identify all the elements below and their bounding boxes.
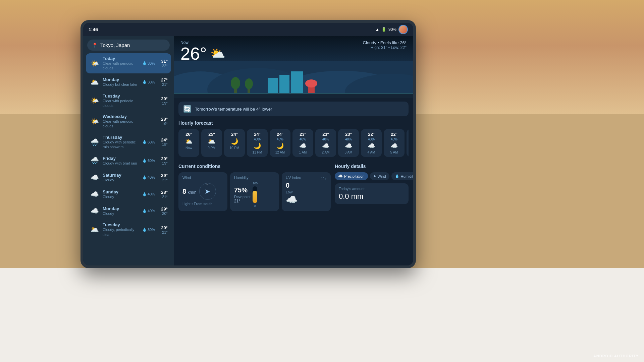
forecast-item-3[interactable]: 🌤️ Wednesday Clear with periodic clouds … [86,111,171,131]
hourly-icon-0: ⛅ [182,138,196,145]
location-search[interactable]: 📍 Tokyo, Japan [87,40,170,51]
forecast-item-6[interactable]: ☁️ Saturday Cloudy 💧40% 29° 22° [86,169,171,185]
battery-icon: 🔋 [381,27,386,32]
humidity-value: 75% [234,186,251,194]
forecast-item-2[interactable]: 🌤️ Tuesday Clear with periodic clouds 29… [86,91,171,111]
temp-high-6: 29° [158,173,168,178]
day-icon-7: ☁️ [89,189,100,199]
day-temps-1: 27° 21° [158,77,168,86]
hourly-item-3[interactable]: 24° 40% 🌙 11 PM [247,129,268,157]
hourly-temp-2: 24° [227,132,241,137]
hourly-item-4[interactable]: 24° 40% 🌙 12 AM [270,129,290,157]
hourly-item-7[interactable]: 23° 40% ☁️ 3 AM [338,129,359,157]
hourly-item-1[interactable]: 25° 🌥️ 9 PM [201,129,222,157]
tab-label-0: Precipitation [344,174,365,178]
hero-condition: Cloudy • Feels like 26° [363,40,407,45]
day-temps-2: 29° 19° [158,96,168,105]
day-temps-8: 29° 20° [158,206,168,216]
tab-icon-1: ➤ [373,174,376,178]
svg-point-10 [305,79,317,87]
day-desc-6: Cloudy [103,178,142,182]
temp-low-0: 22° [158,64,168,68]
day-info-1: Monday Cloudy but clear later [103,77,142,87]
day-desc-2: Clear with periodic clouds [103,99,144,108]
hourly-rain-3: 40% [250,137,264,141]
uv-value: 0 [286,182,327,189]
compass-n-label: N [207,183,209,186]
forecast-item-4[interactable]: 🌧️ Thursday Cloudy with periodic rain sh… [86,132,171,152]
weather-scroll[interactable]: 🔄 Tomorrow's temperature will be 4° lowe… [174,98,413,265]
temp-high-9: 29° [158,225,168,230]
hourly-item-6[interactable]: 23° 40% ☁️ 2 AM [315,129,336,157]
detail-tab-wind[interactable]: ➤Wind [370,172,389,180]
forecast-item-9[interactable]: 🌥️ Tuesday Cloudy, periodically clear 💧3… [86,220,171,240]
hourly-rain-4: 40% [273,137,287,141]
day-info-0: Today Clear with periodic clouds [103,56,142,71]
right-panel: Now 26° ⛅ Cloudy • Feels like 26° High: … [174,36,413,265]
hourly-item-9[interactable]: 22° 40% ☁️ 5 AM [384,129,405,157]
wind-card: Wind 8 km/h N ➤ [178,172,227,211]
location-pin-icon: 📍 [92,43,98,48]
day-icon-3: 🌤️ [89,116,100,127]
hourly-temp-0: 26° [182,132,196,137]
detail-tab-humidity[interactable]: 💧Humidity [391,172,413,180]
day-desc-8: Cloudy [103,211,142,216]
forecast-item-7[interactable]: ☁️ Sunday Cloudy 💧40% 28° 21° [86,186,171,202]
hourly-item-8[interactable]: 22° 40% ☁️ 4 AM [361,129,382,157]
hourly-rain-9: 40% [387,137,401,141]
day-temps-3: 28° 19° [158,117,168,126]
forecast-item-1[interactable]: 🌥️ Monday Cloudy but clear later 💧30% 27… [86,74,171,90]
day-name-7: Sunday [103,189,142,194]
status-time: 1:46 [89,27,98,32]
temp-high-4: 24° [158,137,168,142]
forecast-item-8[interactable]: ☁️ Monday Cloudy 💧40% 29° 20° [86,203,171,219]
day-rain-6: 💧40% [142,175,155,180]
temp-high-5: 29° [158,156,168,161]
day-name-8: Monday [103,206,142,211]
hero-weather-icon: ⛅ [210,48,225,60]
day-info-8: Monday Cloudy [103,206,142,216]
hourly-item-0[interactable]: 26° ⛅ Now [178,129,199,157]
hourly-time-1: 9 PM [205,146,219,150]
notice-icon: 🔄 [183,105,192,113]
temp-low-6: 22° [158,178,168,182]
day-info-7: Sunday Cloudy [103,189,142,199]
day-temps-0: 31° 22° [158,59,168,68]
detail-tab-precipitation[interactable]: ☁️Precipitation [335,172,368,180]
day-temps-4: 24° 18° [158,137,168,146]
forecast-item-0[interactable]: 🌤️ Today Clear with periodic clouds 💧30%… [86,53,171,73]
hero-details: Cloudy • Feels like 26° High: 31° • Low:… [363,40,407,50]
hourly-item-5[interactable]: 23° 40% ☁️ 1 AM [292,129,313,157]
hourly-temp-7: 23° [341,132,356,137]
forecast-list: 🌤️ Today Clear with periodic clouds 💧30%… [83,53,174,265]
day-desc-3: Clear with periodic clouds [103,119,144,129]
temp-low-7: 21° [158,195,168,199]
forecast-item-5[interactable]: 🌧️ Friday Cloudy with brief rain 💧60% 29… [86,153,171,169]
humidity-card: Humidity 75% Dew point 21° 100 [230,172,279,211]
notice-text: Tomorrow's temperature will be 4° lower [195,107,272,112]
day-name-4: Thursday [103,135,142,140]
wind-speed: 8 [182,188,186,195]
svg-rect-6 [268,78,278,93]
day-desc-0: Clear with periodic clouds [103,61,142,71]
temp-high-1: 27° [158,77,168,82]
sidebar: 📍 Tokyo, Japan 🌤️ Today Clear with perio… [83,36,174,265]
tab-icon-2: 💧 [395,174,399,178]
day-desc-1: Cloudy but clear later [103,82,142,87]
tab-icon-0: ☁️ [338,174,343,178]
hourly-temp-8: 22° [364,132,378,137]
wifi-icon: ▲ [375,27,379,32]
hourly-scroll[interactable]: 26° ⛅ Now 25° 🌥️ 9 PM 24° 🌙 10 PM 24° 40… [178,129,409,159]
status-icons: ▲ 🔋 90% [375,25,408,34]
hourly-temp-5: 23° [296,132,310,137]
day-rain-4: 💧60% [142,140,155,144]
hourly-item-2[interactable]: 24° 🌙 10 PM [224,129,245,157]
tablet-device: 1:46 ▲ 🔋 90% 📍 Tokyo, Japan 🌤️ Today Cle… [80,20,416,268]
avatar[interactable] [398,25,408,34]
hourly-icon-7: ☁️ [341,142,356,149]
hourly-time-4: 12 AM [273,150,287,154]
humidity-dew-value: 21° [234,199,251,203]
humidity-dew-label: Dew point [234,195,251,199]
hourly-item-10[interactable]: 22° 40% ☁️ 6 AM [407,129,409,157]
hourly-time-2: 10 PM [227,146,241,150]
